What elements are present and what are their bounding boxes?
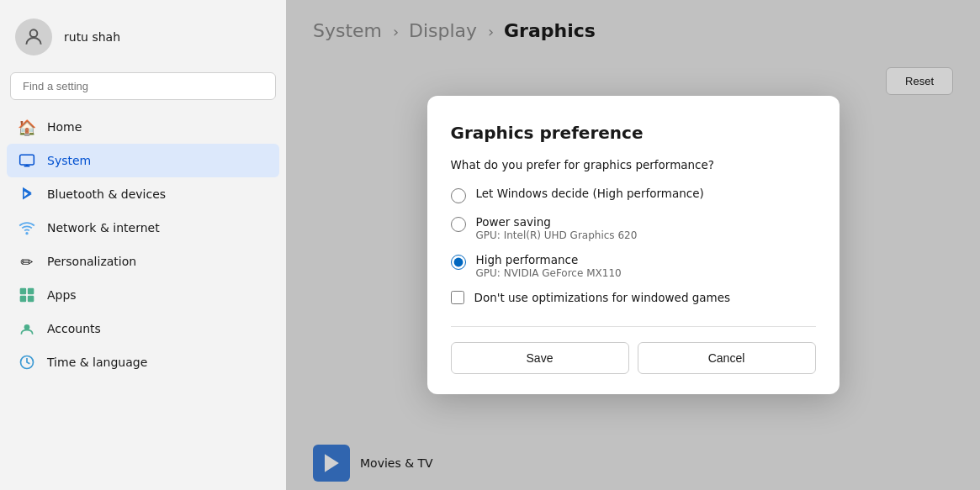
sidebar-item-system[interactable]: System	[7, 144, 279, 177]
sidebar-item-label-personalization: Personalization	[47, 255, 136, 268]
svg-rect-4	[28, 288, 34, 295]
personalization-icon: ✏️	[19, 253, 35, 270]
sidebar-item-network[interactable]: Network & internet	[7, 211, 279, 245]
radio-power-saving-sub: GPU: Intel(R) UHD Graphics 620	[476, 229, 638, 241]
checkbox-no-optimizations[interactable]	[451, 291, 464, 304]
modal-overlay: Graphics preference What do you prefer f…	[286, 0, 980, 490]
svg-point-0	[30, 29, 38, 37]
user-profile: rutu shah	[0, 8, 286, 69]
sidebar-item-personalization[interactable]: ✏️ Personalization	[7, 245, 279, 278]
option-no-optimizations[interactable]: Don't use optimizations for windowed gam…	[451, 291, 816, 304]
radio-windows-decide[interactable]	[451, 188, 466, 203]
radio-power-saving-label: Power saving	[476, 215, 638, 229]
sidebar-item-label-system: System	[47, 154, 91, 167]
sidebar-item-accounts[interactable]: Accounts	[7, 312, 279, 345]
save-button[interactable]: Save	[451, 342, 629, 374]
radio-high-performance-label: High performance	[476, 253, 622, 266]
svg-point-2	[26, 233, 28, 234]
cancel-button[interactable]: Cancel	[638, 342, 816, 374]
svg-point-7	[24, 324, 30, 330]
modal-buttons: Save Cancel	[451, 342, 816, 374]
accounts-icon	[19, 320, 35, 337]
sidebar-item-home[interactable]: 🏠 Home	[7, 110, 279, 144]
svg-rect-6	[28, 296, 34, 303]
search-input[interactable]	[10, 72, 276, 100]
svg-rect-5	[20, 296, 27, 303]
modal-question: What do you prefer for graphics performa…	[451, 158, 816, 171]
sidebar-item-label-home: Home	[47, 120, 82, 134]
main-content: System › Display › Graphics Reset Movies…	[286, 0, 980, 490]
system-icon	[19, 152, 35, 169]
checkbox-no-optimizations-label: Don't use optimizations for windowed gam…	[474, 291, 731, 304]
sidebar-item-time[interactable]: Time & language	[7, 345, 279, 379]
sidebar-item-label-bluetooth: Bluetooth & devices	[47, 187, 166, 201]
sidebar-item-apps[interactable]: Apps	[7, 278, 279, 312]
apps-icon	[19, 287, 35, 303]
sidebar-item-bluetooth[interactable]: Bluetooth & devices	[7, 177, 279, 211]
network-icon	[19, 219, 35, 236]
option-high-performance[interactable]: High performance GPU: NVIDIA GeForce MX1…	[451, 253, 816, 279]
svg-rect-1	[20, 155, 34, 165]
sidebar-item-label-accounts: Accounts	[47, 322, 101, 335]
sidebar: rutu shah 🏠 Home System Bluetooth & devi…	[0, 0, 286, 490]
sidebar-nav: 🏠 Home System Bluetooth & devices	[0, 110, 286, 379]
user-name: rutu shah	[64, 30, 120, 44]
radio-power-saving[interactable]	[451, 217, 466, 232]
sidebar-item-label-apps: Apps	[47, 288, 77, 302]
home-icon: 🏠	[19, 119, 35, 135]
sidebar-item-label-time: Time & language	[47, 356, 147, 369]
option-power-saving[interactable]: Power saving GPU: Intel(R) UHD Graphics …	[451, 215, 816, 241]
radio-windows-decide-label: Let Windows decide (High performance)	[476, 187, 704, 200]
modal-divider	[451, 326, 816, 327]
option-windows-decide[interactable]: Let Windows decide (High performance)	[451, 187, 816, 203]
modal-title: Graphics preference	[451, 123, 816, 143]
avatar	[15, 18, 52, 55]
radio-high-performance-sub: GPU: NVIDIA GeForce MX110	[476, 267, 622, 279]
graphics-preference-modal: Graphics preference What do you prefer f…	[427, 96, 840, 394]
sidebar-item-label-network: Network & internet	[47, 221, 160, 234]
svg-rect-3	[20, 288, 27, 295]
bluetooth-icon	[19, 186, 35, 203]
time-icon	[19, 354, 35, 371]
radio-high-performance[interactable]	[451, 255, 466, 270]
